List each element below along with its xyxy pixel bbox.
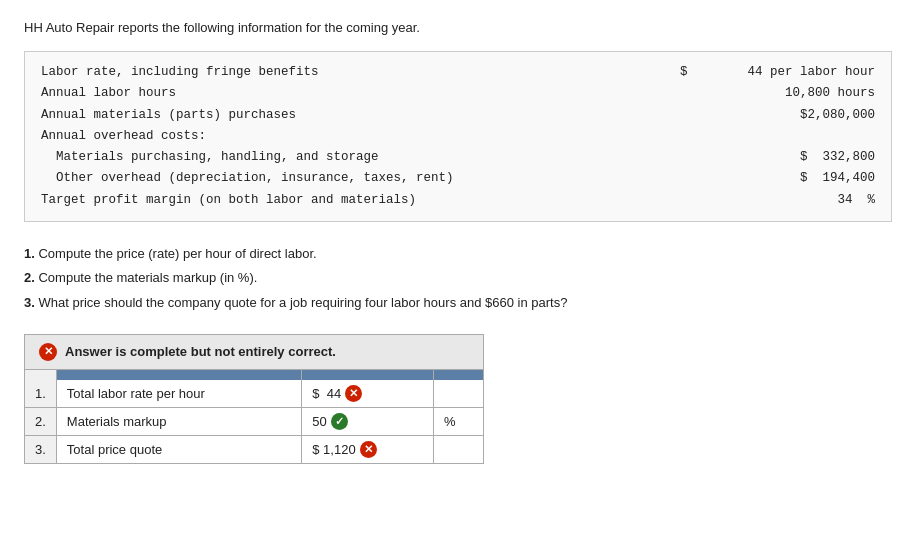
row-num: 1.	[25, 380, 56, 408]
info-row: Labor rate, including fringe benefits $ …	[41, 62, 875, 83]
row-label: Materials markup	[56, 407, 301, 435]
info-label: Target profit margin (on both labor and …	[41, 190, 655, 211]
info-row: Annual labor hours 10,800 hours	[41, 83, 875, 104]
value-text: $ 1,120	[312, 442, 355, 457]
info-table: Labor rate, including fringe benefits $ …	[24, 51, 892, 222]
value-text: $ 44	[312, 386, 341, 401]
intro-text: HH Auto Repair reports the following inf…	[24, 20, 892, 35]
answer-table: 1. Total labor rate per hour $ 44 ✕ 2. M…	[25, 370, 483, 463]
info-label: Annual materials (parts) purchases	[41, 105, 655, 126]
info-value: $ 44 per labor hour	[655, 62, 875, 83]
info-row: Materials purchasing, handling, and stor…	[41, 147, 875, 168]
info-value: 10,800 hours	[655, 83, 875, 104]
info-value: $2,080,000	[655, 105, 875, 126]
table-row: 3. Total price quote $ 1,120 ✕	[25, 435, 483, 463]
row-value: $ 44 ✕	[302, 380, 434, 408]
questions-section: 1. Compute the price (rate) per hour of …	[24, 242, 892, 316]
info-row: Annual overhead costs:	[41, 126, 875, 147]
info-value	[655, 126, 875, 147]
row-value: 50 ✓	[302, 407, 434, 435]
info-row: Target profit margin (on both labor and …	[41, 190, 875, 211]
info-value: $ 194,400	[655, 168, 875, 189]
answer-status-text: Answer is complete but not entirely corr…	[65, 344, 336, 359]
row-num: 3.	[25, 435, 56, 463]
row-suffix: %	[434, 407, 483, 435]
row-suffix	[434, 435, 483, 463]
info-value: $ 332,800	[655, 147, 875, 168]
col-header	[25, 370, 56, 380]
table-row: 1. Total labor rate per hour $ 44 ✕	[25, 380, 483, 408]
question-3: 3. What price should the company quote f…	[24, 291, 892, 316]
info-value: 34 %	[655, 190, 875, 211]
row-suffix	[434, 380, 483, 408]
info-label: Annual labor hours	[41, 83, 655, 104]
info-row: Annual materials (parts) purchases $2,08…	[41, 105, 875, 126]
info-label: Annual overhead costs:	[41, 126, 655, 147]
incorrect-icon: ✕	[345, 385, 362, 402]
answer-status-icon: ✕	[39, 343, 57, 361]
incorrect-icon: ✕	[360, 441, 377, 458]
question-1: 1. Compute the price (rate) per hour of …	[24, 242, 892, 267]
row-label: Total labor rate per hour	[56, 380, 301, 408]
col-header	[56, 370, 301, 380]
row-label: Total price quote	[56, 435, 301, 463]
table-row: 2. Materials markup 50 ✓ %	[25, 407, 483, 435]
col-header	[302, 370, 434, 380]
value-text: 50	[312, 414, 326, 429]
info-label: Materials purchasing, handling, and stor…	[41, 147, 655, 168]
info-label: Labor rate, including fringe benefits	[41, 62, 655, 83]
info-row: Other overhead (depreciation, insurance,…	[41, 168, 875, 189]
question-2: 2. Compute the materials markup (in %).	[24, 266, 892, 291]
correct-icon: ✓	[331, 413, 348, 430]
answer-section: ✕ Answer is complete but not entirely co…	[24, 334, 484, 464]
col-header	[434, 370, 483, 380]
row-value: $ 1,120 ✕	[302, 435, 434, 463]
info-label: Other overhead (depreciation, insurance,…	[41, 168, 655, 189]
row-num: 2.	[25, 407, 56, 435]
answer-header: ✕ Answer is complete but not entirely co…	[25, 335, 483, 370]
